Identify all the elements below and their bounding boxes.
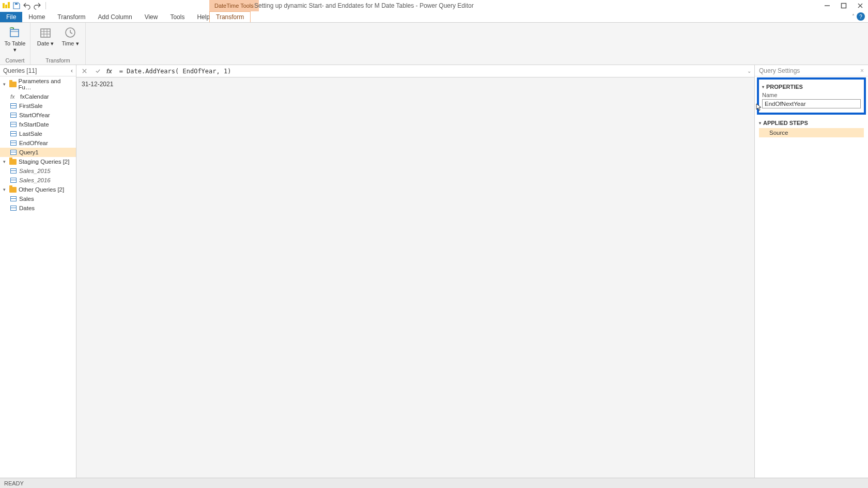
undo-icon[interactable] (23, 2, 31, 10)
save-icon[interactable] (12, 2, 21, 10)
chevron-down-icon: ▾ (762, 85, 764, 89)
calendar-icon (39, 26, 52, 39)
query-label: LastSale (19, 131, 42, 137)
query-item[interactable]: Sales_2016 (0, 176, 76, 185)
svg-line-18 (70, 33, 72, 34)
date-button[interactable]: Date ▾ (35, 25, 56, 56)
name-field-label: Name (762, 92, 861, 98)
window-title: Setting up dynamic Start- and Enddates f… (254, 0, 474, 11)
table-icon (10, 168, 17, 174)
minimize-button[interactable] (823, 1, 832, 10)
query-item[interactable]: Dates (0, 203, 76, 213)
tab-contextual-transform[interactable]: Transform (209, 11, 251, 22)
tab-view[interactable]: View (138, 12, 164, 22)
table-icon (10, 178, 17, 183)
ribbon-group-transform-label: Transform (45, 57, 70, 64)
query-label: FirstSale (19, 103, 42, 109)
tab-home[interactable]: Home (22, 12, 51, 22)
query-label: Query1 (19, 149, 39, 155)
close-button[interactable] (856, 1, 865, 10)
folder-label: Staging Queries [2] (19, 159, 69, 165)
query-name-input[interactable] (762, 99, 861, 108)
applied-steps-section: ▾ APPLIED STEPS Source (755, 118, 868, 137)
applied-steps-title[interactable]: ▾ APPLIED STEPS (759, 120, 864, 126)
formula-bar: fx = Date.AddYears( EndOfYear, 1) ⌄ (76, 65, 754, 77)
folder-icon (9, 159, 17, 165)
query-item[interactable]: Sales_2015 (0, 166, 76, 176)
to-table-label: To Table ▾ (4, 40, 26, 53)
formula-expand-icon[interactable]: ⌄ (747, 68, 751, 74)
table-icon (10, 196, 17, 201)
queries-pane: Queries [11] ‹ ▾ Parameters and Fu… fxfx… (0, 65, 76, 478)
query-item[interactable]: StartOfYear (0, 111, 76, 120)
table-icon (10, 206, 17, 211)
to-table-icon (8, 26, 22, 39)
svg-rect-5 (842, 4, 846, 8)
tab-transform[interactable]: Transform (51, 12, 91, 22)
tab-tools[interactable]: Tools (164, 12, 191, 22)
help-icon[interactable]: ? (857, 12, 865, 21)
fx-icon: fx (10, 93, 18, 100)
collapse-ribbon-icon[interactable]: ˄ (852, 13, 855, 19)
status-text: READY (4, 480, 24, 486)
query-label: fxCalendar (20, 93, 49, 100)
redo-icon[interactable] (33, 2, 41, 10)
queries-header: Queries [11] ‹ (0, 65, 76, 76)
cursor-icon (756, 103, 762, 112)
query-item[interactable]: FirstSale (0, 101, 76, 111)
query-item[interactable]: fxStartDate (0, 120, 76, 129)
query-settings-pane: Query Settings × ▾ PROPERTIES Name ▾ APP… (754, 65, 868, 478)
query-label: Sales_2015 (19, 168, 51, 174)
folder-icon (9, 82, 17, 87)
queries-folder[interactable]: ▾ Parameters and Fu… (0, 76, 76, 92)
query-item-selected[interactable]: Query1 (0, 148, 76, 157)
qat-divider (45, 2, 46, 9)
formula-cancel-button[interactable] (80, 67, 89, 76)
query-settings-title: Query Settings (759, 67, 800, 74)
applied-step[interactable]: Source (759, 128, 864, 137)
tab-file[interactable]: File (0, 12, 22, 22)
table-icon (10, 122, 17, 127)
main-area: Queries [11] ‹ ▾ Parameters and Fu… fxfx… (0, 65, 868, 478)
queries-collapse-icon[interactable]: ‹ (71, 67, 73, 74)
formula-input[interactable]: = Date.AddYears( EndOfYear, 1) (116, 68, 743, 75)
query-item[interactable]: LastSale (0, 129, 76, 138)
queries-folder[interactable]: ▾ Staging Queries [2] (0, 157, 76, 166)
chevron-down-icon: ▾ (3, 187, 7, 192)
chevron-down-icon: ▾ (3, 159, 7, 164)
svg-rect-8 (10, 29, 19, 37)
table-icon (10, 150, 17, 155)
query-item[interactable]: EndOfYear (0, 138, 76, 148)
maximize-button[interactable] (839, 1, 848, 10)
preview-area: fx = Date.AddYears( EndOfYear, 1) ⌄ 31-1… (76, 65, 754, 478)
ribbon-group-convert-label: Convert (6, 57, 25, 64)
formula-commit-button[interactable] (93, 67, 102, 76)
ribbon-group-transform: Date ▾ Time ▾ Transform (30, 23, 86, 65)
to-table-button[interactable]: To Table ▾ (4, 25, 26, 56)
table-icon (10, 131, 17, 136)
tab-add-column[interactable]: Add Column (92, 12, 138, 22)
queries-list: ▾ Parameters and Fu… fxfxCalendar FirstS… (0, 76, 76, 478)
fx-icon[interactable]: fx (106, 68, 112, 75)
query-label: Sales_2016 (19, 177, 51, 183)
queries-folder[interactable]: ▾ Other Queries [2] (0, 185, 76, 194)
query-label: EndOfYear (19, 140, 48, 146)
time-button[interactable]: Time ▾ (59, 25, 81, 56)
svg-rect-2 (8, 2, 10, 8)
folder-icon (9, 187, 17, 193)
date-label: Date ▾ (37, 40, 54, 46)
query-item[interactable]: fxfxCalendar (0, 92, 76, 101)
chevron-down-icon: ▾ (759, 121, 761, 125)
time-label: Time ▾ (61, 40, 79, 46)
folder-label: Other Queries [2] (19, 186, 64, 193)
properties-highlight: ▾ PROPERTIES Name (757, 77, 866, 115)
contextual-tab-label: DateTime Tools (209, 0, 259, 11)
query-item[interactable]: Sales (0, 194, 76, 203)
properties-section-title[interactable]: ▾ PROPERTIES (762, 84, 861, 90)
table-icon (10, 113, 17, 118)
ribbon-tabs: File Home Transform Add Column View Tool… (0, 11, 868, 23)
query-settings-header: Query Settings × (755, 65, 868, 76)
folder-label: Parameters and Fu… (19, 78, 74, 90)
titlebar: DateTime Tools Setting up dynamic Start-… (0, 0, 868, 11)
close-pane-icon[interactable]: × (860, 67, 864, 74)
